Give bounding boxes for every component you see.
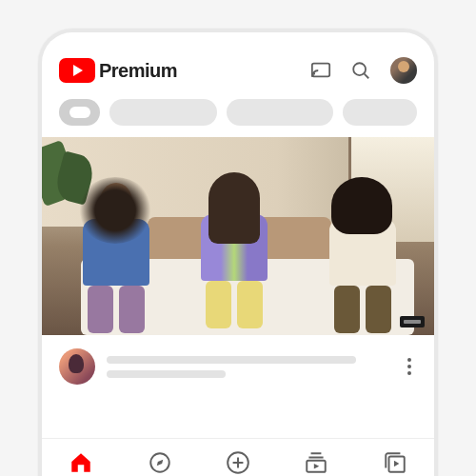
bottom-nav	[42, 438, 434, 476]
status-bar	[42, 32, 434, 50]
video-meta	[42, 335, 434, 398]
nav-create[interactable]	[226, 450, 250, 475]
channel-avatar[interactable]	[59, 348, 95, 385]
nav-subscriptions[interactable]	[304, 450, 328, 475]
chip-explore[interactable]	[59, 99, 100, 126]
chip-item[interactable]	[343, 99, 417, 126]
app-header: Premium	[42, 50, 434, 93]
video-thumbnail[interactable]	[42, 137, 434, 335]
subtitle-placeholder	[107, 370, 226, 378]
video-title-area[interactable]	[107, 356, 390, 378]
logo[interactable]: Premium	[59, 58, 303, 83]
nav-explore[interactable]	[148, 450, 172, 475]
chip-item[interactable]	[109, 99, 216, 126]
title-placeholder	[107, 356, 356, 364]
search-icon[interactable]	[350, 60, 371, 81]
filter-chips	[42, 93, 434, 137]
youtube-icon	[59, 58, 95, 83]
phone-frame: Premium	[38, 29, 438, 476]
header-actions	[310, 57, 417, 84]
svg-line-3	[365, 74, 369, 79]
svg-point-2	[353, 63, 366, 75]
brand-text: Premium	[99, 60, 177, 82]
svg-rect-0	[312, 64, 329, 77]
svg-point-1	[312, 74, 314, 76]
chip-item[interactable]	[227, 99, 333, 126]
more-options-icon[interactable]	[402, 358, 417, 375]
profile-avatar[interactable]	[390, 57, 417, 84]
cast-icon[interactable]	[310, 60, 331, 81]
nav-home[interactable]	[69, 450, 93, 475]
nav-library[interactable]	[383, 450, 407, 475]
caption-badge	[400, 316, 425, 327]
